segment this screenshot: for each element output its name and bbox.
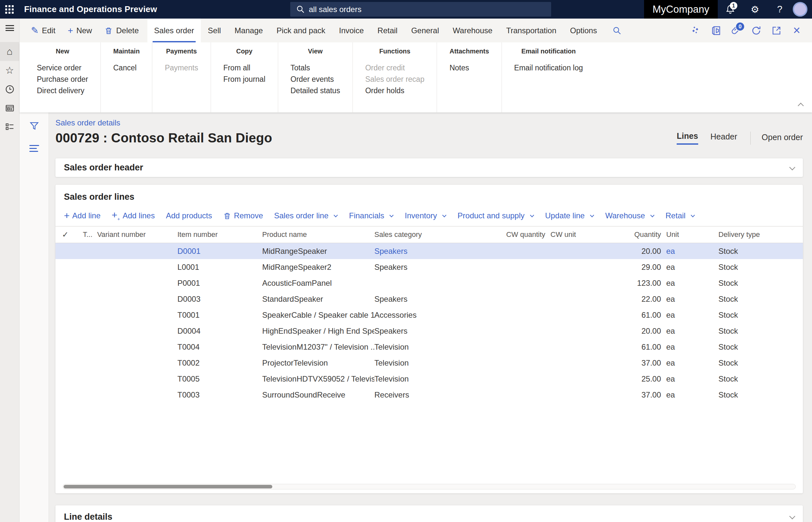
sales-category: Television: [374, 375, 482, 383]
sales-order-line-menu[interactable]: Sales order line: [274, 211, 338, 220]
tab-lines[interactable]: Lines: [677, 131, 698, 145]
open-in-new-window-icon[interactable]: [766, 19, 787, 42]
user-avatar[interactable]: [793, 2, 808, 17]
tab-invoice[interactable]: Invoice: [332, 19, 371, 42]
column-cw-unit[interactable]: CW unit: [550, 230, 606, 239]
tab-pick-and-pack[interactable]: Pick and pack: [270, 19, 332, 42]
table-row[interactable]: D0001 MidRangeSpeaker Speakers 20.00 ea …: [55, 243, 803, 259]
collapse-ribbon-chevron-icon[interactable]: [795, 103, 804, 108]
company-picker[interactable]: MyCompany: [644, 0, 718, 19]
column-delivery-type[interactable]: Delivery type: [718, 230, 803, 239]
office-book-icon[interactable]: [706, 19, 726, 42]
from-journal-button[interactable]: From journal: [224, 74, 266, 85]
table-row[interactable]: T0003 SurroundSoundReceive Receivers 37.…: [55, 387, 803, 403]
product-name: ProjectorTelevision: [262, 358, 374, 367]
tab-retail[interactable]: Retail: [371, 19, 404, 42]
chevron-down-icon: [530, 213, 534, 217]
scrollbar-thumb[interactable]: [63, 485, 272, 488]
column-variant-number[interactable]: Variant number: [97, 230, 177, 239]
expand-line-details-chevron-icon[interactable]: [790, 514, 794, 520]
tab-sales-order[interactable]: Sales order: [148, 19, 201, 42]
direct-delivery-button[interactable]: Direct delivery: [37, 85, 88, 97]
table-row[interactable]: P0001 AcousticFoamPanel 123.00 ea Stock: [55, 275, 803, 291]
chevron-down-icon: [442, 213, 446, 217]
edit-button[interactable]: ✎ Edit: [31, 26, 55, 35]
service-order-button[interactable]: Service order: [37, 62, 88, 74]
tab-header[interactable]: Header: [711, 132, 737, 144]
top-navigation-bar: Finance and Operations Preview MyCompany…: [0, 0, 812, 19]
unit-link[interactable]: ea: [666, 247, 718, 256]
warehouse-menu[interactable]: Warehouse: [605, 211, 655, 220]
hamburger-menu-icon[interactable]: [0, 19, 20, 38]
page-title-row: 000729 : Contoso Retail San Diego Lines …: [55, 130, 803, 145]
tab-options[interactable]: Options: [563, 19, 604, 42]
table-row[interactable]: D0003 StandardSpeaker Speakers 22.00 ea …: [55, 291, 803, 307]
close-icon[interactable]: ×: [787, 19, 807, 42]
column-unit[interactable]: Unit: [666, 230, 718, 239]
global-search-box[interactable]: [290, 2, 551, 17]
tab-general[interactable]: General: [404, 19, 446, 42]
sidebar-item-home[interactable]: ⌂: [0, 42, 20, 61]
breadcrumb[interactable]: Sales order details: [55, 118, 120, 127]
expand-header-chevron-icon[interactable]: [790, 165, 794, 171]
sparkle-diamonds-icon[interactable]: [685, 19, 706, 42]
order-events-button[interactable]: Order events: [291, 74, 340, 85]
column-type[interactable]: T...: [83, 230, 97, 239]
open-order-button[interactable]: Open order: [762, 133, 803, 143]
tab-manage[interactable]: Manage: [228, 19, 270, 42]
product-and-supply-menu[interactable]: Product and supply: [458, 211, 534, 220]
table-row[interactable]: T0004 TelevisionM12037" / Television ...…: [55, 339, 803, 355]
remove-button[interactable]: Remove: [223, 211, 263, 220]
add-line-button[interactable]: + Add line: [64, 211, 100, 221]
sales-category-link[interactable]: Speakers: [374, 247, 482, 256]
horizontal-scrollbar[interactable]: [63, 484, 796, 489]
tab-sell[interactable]: Sell: [201, 19, 228, 42]
sidebar-item-favorites[interactable]: ☆: [0, 61, 20, 80]
refresh-icon[interactable]: [746, 19, 766, 42]
add-products-button[interactable]: Add products: [166, 211, 212, 220]
notifications-bell-icon[interactable]: 1: [718, 0, 742, 19]
column-sales-category[interactable]: Sales category: [374, 230, 482, 239]
table-row[interactable]: T0001 SpeakerCable / Speaker cable 10 Ac…: [55, 307, 803, 323]
actionpane-search-icon[interactable]: [604, 19, 630, 42]
search-input[interactable]: [309, 5, 537, 14]
purchase-order-button[interactable]: Purchase order: [37, 74, 88, 85]
table-row[interactable]: T0005 TelevisionHDTVX59052 / Televisi...…: [55, 371, 803, 387]
from-all-button[interactable]: From all: [224, 62, 266, 74]
list-view-icon[interactable]: [30, 145, 39, 154]
table-row[interactable]: D0004 HighEndSpeaker / High End Spe... S…: [55, 323, 803, 339]
item-number-link[interactable]: D0001: [177, 247, 262, 256]
sidebar-item-recent[interactable]: [0, 80, 20, 99]
column-product-name[interactable]: Product name: [262, 230, 374, 239]
settings-gear-icon[interactable]: ⚙: [742, 0, 767, 19]
column-item-number[interactable]: Item number: [177, 230, 262, 239]
totals-button[interactable]: Totals: [291, 62, 340, 74]
retail-menu[interactable]: Retail: [665, 211, 695, 220]
notes-button[interactable]: Notes: [449, 62, 489, 74]
detailed-status-button[interactable]: Detailed status: [291, 85, 340, 97]
filter-icon[interactable]: [29, 121, 39, 131]
add-lines-button[interactable]: ++ Add lines: [112, 210, 155, 221]
column-quantity[interactable]: Quantity: [606, 230, 666, 239]
app-launcher-waffle-icon[interactable]: [0, 0, 19, 19]
attachments-paperclip-icon[interactable]: 0: [726, 19, 746, 42]
edit-label: Edit: [42, 26, 55, 35]
tab-transportation[interactable]: Transportation: [499, 19, 563, 42]
new-button[interactable]: + New: [68, 26, 92, 35]
tab-warehouse[interactable]: Warehouse: [446, 19, 499, 42]
inventory-menu[interactable]: Inventory: [405, 211, 446, 220]
help-icon[interactable]: ?: [767, 0, 792, 19]
table-row[interactable]: T0002 ProjectorTelevision Television 37.…: [55, 355, 803, 371]
financials-menu[interactable]: Financials: [349, 211, 393, 220]
table-row[interactable]: L0001 MidRangeSpeaker2 Speakers 29.00 ea…: [55, 259, 803, 275]
column-cw-quantity[interactable]: CW quantity: [482, 230, 550, 239]
cancel-button[interactable]: Cancel: [113, 62, 139, 74]
sidebar-item-modules[interactable]: [0, 118, 20, 137]
email-notification-log-button[interactable]: Email notification log: [514, 62, 583, 74]
sidebar-item-workspaces[interactable]: [0, 99, 20, 118]
delete-button[interactable]: Delete: [104, 26, 139, 35]
new-label: New: [76, 26, 92, 35]
update-line-menu[interactable]: Update line: [545, 211, 594, 220]
select-all-checkmark[interactable]: ✓: [62, 230, 83, 239]
order-holds-button[interactable]: Order holds: [365, 85, 425, 97]
